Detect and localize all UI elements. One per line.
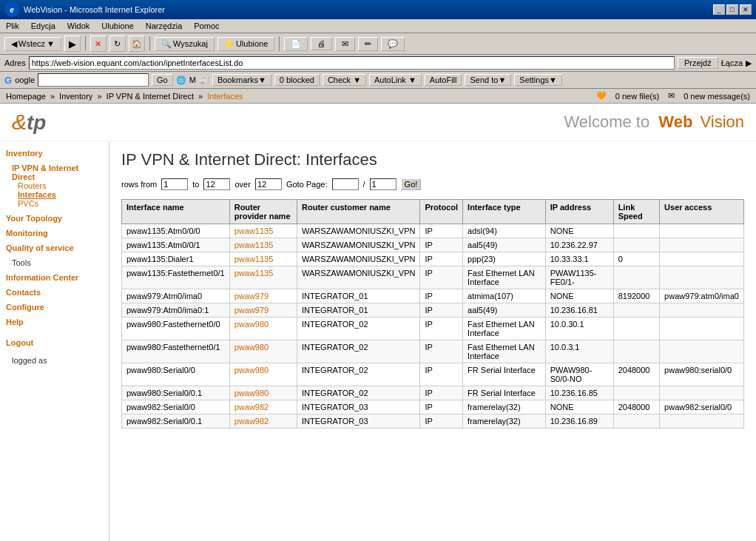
cell-router-provider[interactable]: pwaw980 — [229, 340, 297, 363]
sidebar-inventory[interactable]: Inventory — [6, 149, 43, 158]
cell-router-provider[interactable]: pwaw979 — [229, 303, 297, 317]
menu-favorites[interactable]: Ulubione — [98, 21, 136, 31]
rows-to-input[interactable] — [203, 178, 230, 190]
cell-router-customer: INTEGRATOR_02 — [297, 317, 420, 340]
stop-button[interactable]: ✕ — [90, 36, 107, 52]
cell-router-provider[interactable]: pwaw982 — [229, 400, 297, 414]
cell-router-provider[interactable]: pwaw1135 — [229, 266, 297, 289]
maximize-button[interactable]: □ — [726, 4, 738, 15]
page-title: IP VPN & Internet Direct: Interfaces — [121, 150, 744, 169]
favorites-button[interactable]: ⭐ Ulubione — [217, 37, 274, 51]
refresh-button[interactable]: ↻ — [109, 36, 126, 52]
logo-symbol: & — [12, 110, 27, 135]
links-label: Łącza — [721, 58, 743, 67]
autofill-button[interactable]: AutoFill — [425, 74, 462, 86]
sidebar-ipvpn-section: IP VPN & Internet Direct Routers Interfa… — [6, 164, 103, 208]
cell-interface-type: aal5(49) — [463, 303, 546, 317]
media-button[interactable]: 📄 — [284, 37, 308, 51]
sidebar-configure-section: Configure — [6, 303, 103, 312]
sidebar-qos[interactable]: Quality of service — [6, 243, 74, 252]
email-button[interactable]: ✉ — [335, 37, 355, 51]
sidebar-configure[interactable]: Configure — [6, 303, 44, 312]
cell-router-customer: WARSZAWAMONIUSZKI_VPN — [297, 266, 420, 289]
edit-button[interactable]: ✏ — [358, 37, 378, 51]
cell-router-provider[interactable]: pwaw980 — [229, 386, 297, 400]
cell-user-access: pwaw982:serial0/0 — [660, 400, 744, 414]
goto-page-button[interactable]: Go! — [401, 178, 422, 190]
cell-router-provider[interactable]: pwaw1135 — [229, 252, 297, 266]
menu-file[interactable]: Plik — [3, 21, 22, 31]
cell-router-customer: INTEGRATOR_02 — [297, 363, 420, 386]
cell-router-provider[interactable]: pwaw1135 — [229, 238, 297, 252]
messenger-button[interactable]: 💬 — [381, 37, 405, 51]
address-label: Adres — [4, 58, 26, 67]
table-row: pwaw979:Atm0/ima0pwaw979INTEGRATOR_01IPa… — [122, 289, 744, 303]
breadcrumb-inventory[interactable]: Inventory — [59, 92, 92, 101]
minimize-button[interactable]: _ — [713, 4, 725, 15]
cell-user-access — [660, 224, 744, 238]
links-arrow-icon: ▶ — [746, 58, 752, 68]
sidebar-contacts[interactable]: Contacts — [6, 288, 41, 297]
sidebar-topology[interactable]: Your Topology — [6, 214, 62, 223]
menu-view[interactable]: Widok — [64, 21, 93, 31]
google-search-input[interactable] — [38, 73, 149, 87]
table-row: pwaw979:Atm0/ima0:1pwaw979INTEGRATOR_01I… — [122, 303, 744, 317]
google-bar: G oogle Go 🌐 M 📰 Bookmarks▼ 0 blocked Ch… — [0, 72, 756, 89]
cell-router-provider[interactable]: pwaw1135 — [229, 224, 297, 238]
home-button[interactable]: 🏠 — [129, 36, 145, 52]
cell-interface-type: Fast Ethernet LAN Interface — [463, 340, 546, 363]
page-input[interactable] — [332, 178, 359, 190]
autolink-button[interactable]: AutoLink ▼ — [369, 74, 422, 86]
sidebar-interfaces[interactable]: Interfaces — [18, 190, 103, 199]
rows-from-input[interactable] — [161, 178, 188, 190]
print-button[interactable]: 🖨 — [311, 37, 332, 50]
sidebar-pvcs[interactable]: PVCs — [18, 199, 103, 208]
sidebar-logout[interactable]: Logout — [6, 338, 33, 347]
bookmarks-button[interactable]: Bookmarks▼ — [212, 74, 271, 86]
cell-ip-address: 10.236.16.81 — [545, 303, 613, 317]
menu-edit[interactable]: Edycja — [28, 21, 58, 31]
go-button[interactable]: Przejdź — [678, 57, 718, 69]
sidebar-routers[interactable]: Routers — [18, 181, 103, 190]
search-button[interactable]: 🔍 Wyszukaj — [155, 37, 215, 51]
goto-label: Goto Page: — [286, 180, 328, 189]
page-total-input[interactable] — [370, 178, 396, 190]
sidebar-tools-section: Tools — [6, 258, 103, 267]
menu-help[interactable]: Pomoc — [191, 21, 222, 31]
rows-over-input[interactable] — [255, 178, 282, 190]
google-text: oogle — [15, 75, 35, 84]
cell-link-speed — [613, 238, 659, 252]
sidebar-info-center[interactable]: Information Center — [6, 273, 78, 282]
menu-tools[interactable]: Narzędzia — [143, 21, 186, 31]
check-button[interactable]: Check ▼ — [323, 74, 366, 86]
breadcrumb-homepage[interactable]: Homepage — [6, 92, 46, 101]
blocked-button[interactable]: 0 blocked — [274, 74, 320, 86]
content-area: IP VPN & Internet Direct: Interfaces row… — [109, 141, 756, 541]
forward-button[interactable]: ▶ — [64, 36, 81, 52]
settings-button[interactable]: Settings▼ — [514, 74, 562, 86]
page-sep: / — [363, 180, 365, 189]
cell-router-provider[interactable]: pwaw980 — [229, 363, 297, 386]
back-button[interactable]: ◀ Wstecz ▼ — [4, 37, 61, 51]
cell-router-provider[interactable]: pwaw982 — [229, 414, 297, 429]
google-go-button[interactable]: Go — [152, 74, 173, 86]
sidebar-inventory-section: Inventory — [6, 149, 103, 158]
sidebar-ipvpn[interactable]: IP VPN & Internet Direct — [12, 164, 103, 181]
breadcrumb: Homepage » Inventory » IP VPN & Internet… — [6, 92, 243, 101]
cell-protocol: IP — [420, 238, 463, 252]
cell-interface-type: framerelay(32) — [463, 400, 546, 414]
ie-icon: e — [4, 2, 19, 17]
sidebar-logged-as: logged as — [12, 356, 47, 365]
window-title: WebVision - Microsoft Internet Explorer — [24, 5, 165, 14]
cell-router-provider[interactable]: pwaw980 — [229, 317, 297, 340]
cell-router-provider[interactable]: pwaw979 — [229, 289, 297, 303]
send-button[interactable]: Send to▼ — [465, 74, 511, 86]
star-icon: ⭐ — [224, 39, 234, 49]
sidebar-help[interactable]: Help — [6, 317, 24, 326]
address-input[interactable] — [29, 56, 675, 70]
cell-interface-name: pwaw980:Serial0/0.1 — [122, 386, 230, 400]
col-header-interface-type: Interface type — [463, 200, 546, 224]
sidebar-monitoring[interactable]: Monitoring — [6, 229, 48, 238]
close-button[interactable]: ✕ — [740, 4, 752, 15]
breadcrumb-ipvpn[interactable]: IP VPN & Internet Direct — [107, 92, 194, 101]
